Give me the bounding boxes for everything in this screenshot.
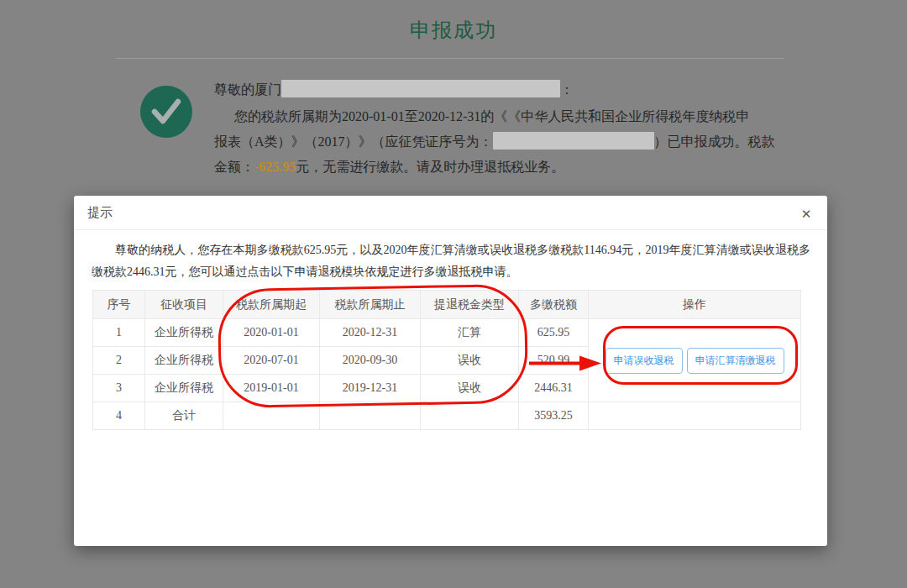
operation-buttons: 申请误收退税 申请汇算清缴退税	[589, 348, 800, 374]
cell-refund-type: 汇算	[421, 319, 519, 347]
cell-period-start: 2020-01-01	[223, 319, 320, 347]
cell-seq: 3	[93, 375, 145, 402]
cell-seq: 2	[93, 347, 145, 375]
cell-empty	[320, 402, 421, 430]
apply-erroneous-refund-button[interactable]: 申请误收退税	[606, 348, 683, 374]
col-header-period-start: 税款所属期起	[223, 291, 320, 319]
greeting-text: 尊敬的厦门	[214, 82, 281, 97]
voucher-prefix: 报表（A类）》（2017）》（应征凭证序号为：	[214, 134, 493, 149]
cell-empty	[223, 402, 320, 430]
notice-line-amount: 金额：-625.95元，无需进行缴款。请及时办理退抵税业务。	[214, 157, 564, 177]
col-header-seq: 序号	[93, 291, 145, 319]
cell-total-amount: 3593.25	[519, 402, 589, 430]
table-row-total: 4 合计 3593.25	[93, 402, 801, 430]
cell-empty-operation	[589, 402, 801, 430]
cell-refund-type: 误收	[421, 347, 519, 375]
close-icon[interactable]: ✕	[795, 202, 817, 224]
cell-item: 企业所得税	[145, 375, 223, 402]
notice-line-voucher: 报表（A类）》（2017）》（应征凭证序号为：）已申报成功。税款	[214, 132, 775, 152]
cell-seq: 4	[93, 402, 145, 430]
redacted-voucher-number	[493, 132, 654, 150]
greeting-colon: ：	[560, 82, 574, 97]
col-header-operation: 操作	[589, 291, 801, 319]
cell-overpaid: 625.95	[519, 319, 589, 347]
amount-suffix: 元，无需进行缴款。请及时办理退抵税业务。	[296, 160, 564, 174]
cell-period-end: 2020-12-31	[320, 319, 421, 347]
notice-line-greeting: 尊敬的厦门：	[214, 80, 574, 100]
success-check-icon	[140, 86, 192, 138]
notice-line-period: 您的税款所属期为2020-01-01至2020-12-31的《《中华人民共和国企…	[214, 107, 749, 127]
cell-period-start: 2019-01-01	[223, 375, 320, 402]
table-header-row: 序号 征收项目 税款所属期起 税款所属期止 提退税金类型 多缴税额 操作	[93, 291, 801, 319]
cell-period-end: 2020-09-30	[320, 347, 421, 375]
cell-empty	[421, 402, 519, 430]
tip-dialog: 提示 ✕ 尊敬的纳税人，您存在本期多缴税款625.95元，以及2020年度汇算清…	[74, 196, 827, 546]
cell-item: 企业所得税	[145, 319, 223, 347]
col-header-refund-type: 提退税金类型	[421, 291, 519, 319]
tax-amount-value: -625.95	[254, 160, 296, 174]
cell-overpaid: 520.99	[519, 347, 589, 375]
title-divider	[116, 58, 784, 59]
col-header-item: 征收项目	[145, 291, 223, 319]
apply-settlement-refund-button[interactable]: 申请汇算清缴退税	[687, 348, 784, 374]
operation-cell: 申请误收退税 申请汇算清缴退税	[589, 319, 801, 402]
col-header-overpaid: 多缴税额	[519, 291, 589, 319]
cell-refund-type: 误收	[421, 375, 519, 402]
page-title: 申报成功	[0, 17, 907, 44]
amount-label: 金额：	[214, 160, 254, 174]
cell-seq: 1	[93, 319, 145, 347]
refund-table: 序号 征收项目 税款所属期起 税款所属期止 提退税金类型 多缴税额 操作 1 企…	[92, 290, 801, 430]
application-window: 申报成功 尊敬的厦门： 您的税款所属期为2020-01-01至2020-12-3…	[0, 0, 907, 588]
cell-period-start: 2020-07-01	[223, 347, 320, 375]
col-header-period-end: 税款所属期止	[320, 291, 421, 319]
cell-period-end: 2019-12-31	[320, 375, 421, 402]
cell-total-label: 合计	[145, 402, 223, 430]
cell-overpaid: 2446.31	[519, 375, 589, 402]
dialog-header: 提示 ✕	[74, 196, 827, 230]
dialog-message: 尊敬的纳税人，您存在本期多缴税款625.95元，以及2020年度汇算清缴或误收退…	[92, 239, 810, 283]
dialog-title: 提示	[87, 196, 113, 229]
table-row: 1 企业所得税 2020-01-01 2020-12-31 汇算 625.95 …	[93, 319, 801, 347]
refund-table-container: 序号 征收项目 税款所属期起 税款所属期止 提退税金类型 多缴税额 操作 1 企…	[92, 290, 800, 430]
voucher-suffix: ）已申报成功。税款	[654, 134, 775, 149]
cell-item: 企业所得税	[145, 347, 223, 375]
redacted-taxpayer-name	[281, 80, 560, 97]
